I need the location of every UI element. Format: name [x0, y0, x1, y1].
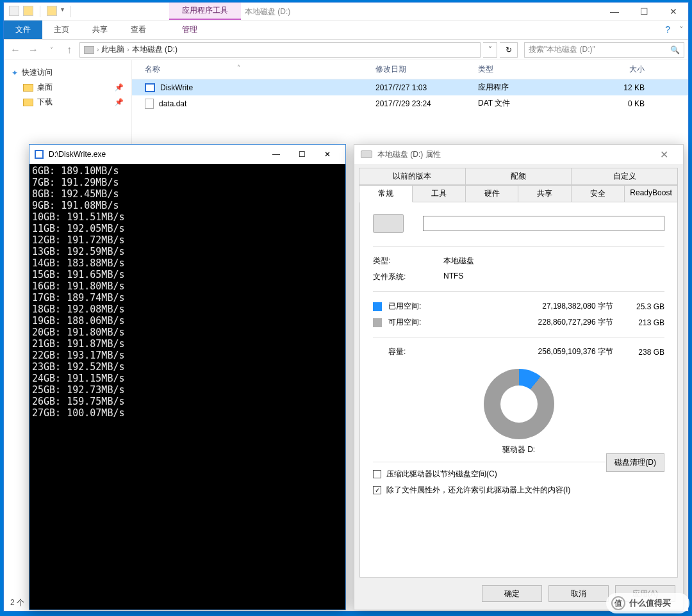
context-tab[interactable]: 应用程序工具	[169, 3, 241, 20]
pin-icon: 📌	[115, 98, 124, 106]
free-space-swatch	[373, 318, 382, 327]
explorer-titlebar[interactable]: ▾	[4, 3, 688, 20]
properties-title: 本地磁盘 (D:) 属性	[377, 149, 441, 160]
status-bar: 2 个	[10, 597, 24, 608]
folder-icon	[23, 99, 33, 106]
close-button[interactable]: ✕	[659, 3, 688, 20]
minimize-button[interactable]: —	[263, 145, 289, 163]
tab-customize[interactable]: 自定义	[571, 168, 678, 185]
address-dropdown[interactable]: ˅	[483, 42, 497, 58]
file-row[interactable]: DiskWrite 2017/7/27 1:03 应用程序 12 KB	[132, 79, 688, 95]
search-input[interactable]: 搜索"本地磁盘 (D:)" 🔍	[524, 42, 684, 58]
drive-name-input[interactable]	[423, 216, 664, 231]
tree-quick-access[interactable]: ✦快速访问	[6, 65, 129, 80]
search-placeholder: 搜索"本地磁盘 (D:)"	[529, 44, 595, 55]
sort-arrow-icon: ˄	[237, 64, 240, 75]
console-output[interactable]: 6GB: 189.10MB/s 7GB: 191.29MB/s 8GB: 192…	[29, 164, 345, 420]
help-icon[interactable]: ?	[665, 24, 670, 35]
close-button[interactable]: ✕	[651, 149, 677, 161]
properties-titlebar[interactable]: 本地磁盘 (D:) 属性 ✕	[354, 145, 683, 164]
watermark: 值 什么值得买	[606, 593, 689, 613]
up-button[interactable]: ↑	[62, 42, 77, 58]
watermark-icon: 值	[611, 596, 625, 610]
history-button[interactable]: ˅	[44, 42, 59, 58]
disk-cleanup-button[interactable]: 磁盘清理(D)	[606, 453, 664, 472]
tab-manage[interactable]: 管理	[170, 20, 209, 39]
tab-previous-versions[interactable]: 以前的版本	[359, 168, 466, 185]
index-checkbox[interactable]: ✓除了文件属性外，还允许索引此驱动器上文件的内容(I)	[373, 485, 664, 496]
refresh-button[interactable]: ↻	[500, 42, 518, 58]
drive-icon	[361, 150, 372, 158]
crumb-drive[interactable]: 本地磁盘 (D:)	[132, 44, 177, 55]
pin-icon: 📌	[115, 83, 124, 92]
crumb-pc[interactable]: 此电脑	[101, 44, 124, 55]
forward-button[interactable]: →	[26, 42, 41, 58]
file-row[interactable]: data.dat 2017/7/29 23:24 DAT 文件 0 KB	[132, 95, 688, 111]
ribbon: 文件 主页 共享 查看 管理	[4, 20, 688, 40]
console-window: D:\DiskWrite.exe — ☐ ✕ 6GB: 189.10MB/s 7…	[29, 144, 346, 610]
window-title: 本地磁盘 (D:)	[245, 6, 290, 17]
tab-home[interactable]: 主页	[42, 20, 81, 39]
qat-icon[interactable]	[9, 6, 19, 16]
used-space-swatch	[373, 302, 382, 311]
cancel-button[interactable]: 取消	[548, 585, 609, 602]
nav-bar: ← → ˅ ↑ › 此电脑 › 本地磁盘 (D:) ˅ ↻ 搜索"本地磁盘 (D…	[4, 40, 688, 60]
tree-desktop[interactable]: 桌面 📌	[6, 80, 129, 95]
properties-dialog: 本地磁盘 (D:) 属性 ✕ 以前的版本 配额 自定义 常规 工具 硬件 共享 …	[354, 144, 684, 610]
tab-hardware[interactable]: 硬件	[465, 185, 519, 202]
tab-file[interactable]: 文件	[4, 20, 42, 39]
tab-readyboost[interactable]: ReadyBoost	[624, 185, 678, 202]
tab-quota[interactable]: 配额	[465, 168, 572, 185]
search-icon[interactable]: 🔍	[670, 45, 680, 54]
console-titlebar[interactable]: D:\DiskWrite.exe — ☐ ✕	[29, 145, 345, 164]
tree-downloads[interactable]: 下载 📌	[6, 95, 129, 109]
console-icon	[35, 150, 44, 159]
ok-button[interactable]: 确定	[482, 585, 542, 602]
close-button[interactable]: ✕	[315, 145, 340, 163]
tab-general[interactable]: 常规	[359, 185, 413, 202]
ribbon-collapse-icon[interactable]: ˅	[680, 26, 683, 33]
maximize-button[interactable]: ☐	[289, 145, 315, 163]
tab-security[interactable]: 安全	[571, 185, 625, 202]
file-icon	[145, 99, 154, 109]
tab-sharing[interactable]: 共享	[518, 185, 572, 202]
minimize-button[interactable]: —	[600, 3, 629, 20]
column-headers[interactable]: 名称˄ 修改日期 类型 大小	[132, 60, 688, 79]
address-bar[interactable]: › 此电脑 › 本地磁盘 (D:)	[79, 42, 481, 58]
folder-icon	[23, 84, 33, 92]
drive-icon-large	[373, 214, 404, 233]
tab-share[interactable]: 共享	[81, 20, 119, 39]
maximize-button[interactable]: ☐	[629, 3, 659, 20]
exe-icon	[145, 83, 155, 92]
qat-icon[interactable]	[47, 6, 57, 16]
tab-tools[interactable]: 工具	[412, 185, 466, 202]
console-title: D:\DiskWrite.exe	[49, 150, 106, 159]
drive-icon	[84, 46, 94, 54]
capacity-donut	[484, 369, 554, 439]
tab-view[interactable]: 查看	[119, 20, 158, 39]
back-button[interactable]: ←	[8, 42, 23, 58]
qat-icon[interactable]	[23, 6, 33, 16]
qat-dropdown-icon[interactable]: ▾	[61, 6, 64, 17]
